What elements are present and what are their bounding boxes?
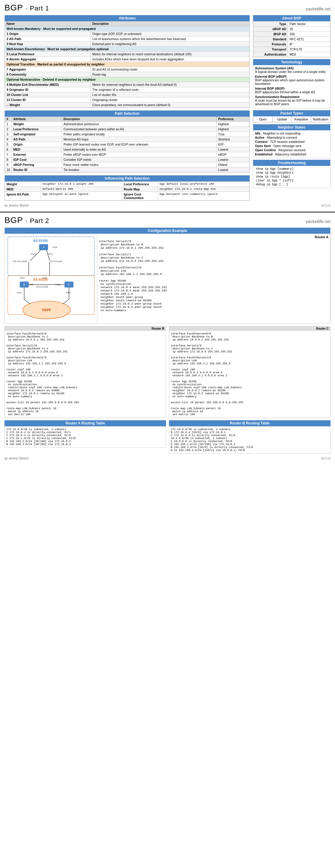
svg-line-8 (46, 250, 49, 261)
about-key: Type (254, 22, 288, 27)
inf-key: Ignore AS Path (5, 192, 41, 200)
troubleshoot-item: clear ip bgp * [soft] (255, 179, 328, 183)
path-attr: Router ID (12, 167, 62, 173)
about-val: TCP/179 (288, 47, 330, 52)
path-pref: True (216, 132, 249, 137)
path-num: 2 (5, 127, 12, 132)
attributes-box: Attributes Name Description Well-known M… (4, 15, 250, 108)
part1-title: BGP · Part 1 (4, 3, 49, 12)
routing-entry: C 172.16.0.4 is directly connected, S1/0 (171, 434, 329, 437)
packet-type-item: Open (253, 116, 273, 122)
attr-desc-cell: Originating cluster (91, 97, 249, 102)
path-num: 1 (5, 122, 12, 127)
inf-key: Ignore Cost Communities (122, 192, 158, 200)
svg-text:B: B (23, 283, 25, 286)
router-bc-configs: Router B interface FastEthernet0/0 descr… (4, 326, 331, 418)
attr-section-green: Optional Nontransitive · Deleted if unsu… (5, 77, 249, 82)
neighbor-state-item: Idle · Neighbor is not responding (255, 131, 328, 135)
troubleshooting-content: show ip bgp [summary]show ip bgp neighbo… (253, 166, 330, 188)
attr-name-cell: 8 Community (5, 72, 91, 77)
inf-key: Local Preference (122, 182, 158, 187)
packet-type-item: Notification (311, 116, 331, 122)
routing-entry: B 192.168.2.0/24 [20/0] is directly conn… (171, 446, 329, 449)
path-desc: Prefer IGP-learned routes over EGP, and … (62, 142, 216, 147)
attr-desc-cell: List of autonomous systems which the adv… (91, 36, 249, 41)
path-pref: Highest (216, 122, 249, 127)
path-attr: eBGP Peering (12, 162, 62, 167)
router-a-code: interface Serial1/0 description Backbone… (99, 240, 328, 312)
troubleshoot-item: show ip bgp neighbors (255, 171, 328, 175)
routing-entry: C 172.16.0.4 is directly connected, S1/0 (6, 434, 164, 437)
attr-name-cell: 5 Local Preference (5, 52, 91, 57)
attr-section-orange: Optional Transitive · Marked as partial … (5, 62, 249, 67)
svg-line-31 (24, 300, 30, 304)
path-desc: Administrative preference (62, 122, 216, 127)
inf-key: Route Map (122, 187, 158, 192)
part1-footer: by Jeremy Stretch v2.1-r1 (4, 204, 331, 207)
path-num: 7 (5, 152, 12, 157)
svg-text:S1/0: S1/0 (20, 277, 25, 279)
path-pref: Oldest (216, 162, 249, 167)
inf-val: neighbor 172.16.0.1 route-map Foo (158, 187, 249, 192)
troubleshoot-item: debug ip bgp [...] (255, 183, 328, 187)
about-key: Transport (254, 47, 288, 52)
path-desc: Prefer paths originated locally (62, 132, 216, 137)
col-desc: Description (91, 22, 249, 26)
config-example-layout: AS 65100 A F2/0 S1/0 S1/1 (5, 234, 330, 323)
attr-desc-cell: ID and AS of summarizing router (91, 67, 249, 72)
path-desc: Consider IGP metric (62, 157, 216, 162)
config-example-box: Configuration Example AS 65100 A F2/0 (4, 227, 331, 324)
svg-text:AS 65100: AS 65100 (33, 239, 48, 242)
part1-site: packetlife.net (306, 7, 331, 11)
path-attr: Origin (12, 142, 62, 147)
attr-desc-cell: Metric for external neighbors to reach t… (91, 82, 249, 87)
router-a-label: Router A (99, 235, 328, 239)
routing-table-a-header: Router A Routing Table (4, 420, 166, 426)
routing-table-a: Router A Routing Table 172.16.0.0/30 is … (4, 420, 166, 454)
attr-desc-cell: Includes ASes which have been dropped du… (91, 57, 249, 62)
part2-title: BGP · Part 2 (4, 216, 49, 225)
part1-version: v2.1-r1 (321, 204, 331, 207)
routing-entry: C 10.0.0.0 is directly connected, F0/0 (171, 440, 329, 443)
path-attr: External (12, 152, 62, 157)
inf-val: bgp bestpath as-path ignore (41, 192, 122, 200)
attr-name-cell: 13 Cluster ID (5, 97, 91, 102)
router-b-code: interface FastEthernet0/0 description Ba… (5, 331, 166, 417)
router-b-label: Router B (5, 327, 166, 331)
part2-version: v2.1-r1 (321, 457, 331, 460)
terminology-header: Terminology (253, 59, 330, 65)
about-key: iBGP AD (254, 32, 288, 37)
inf-val: bgp bestpath cost-community ignore (158, 192, 249, 200)
config-example-header: Configuration Example (5, 228, 330, 234)
col-desc: Description (62, 117, 216, 122)
path-num: 3 (5, 132, 12, 137)
svg-line-32 (63, 300, 69, 304)
terminology-item: Internal BGP (iBGP)BGP adjacencies forme… (255, 87, 328, 94)
packet-types-header: Packet Types (253, 110, 330, 116)
attr-desc-cell: Cisco proprietary, not communicated to p… (91, 102, 249, 107)
packet-type-item: Keepalive (292, 116, 311, 122)
path-attr: Local Preference (12, 127, 62, 132)
svg-line-7 (30, 250, 41, 261)
attr-section: Well-known Discretionary · Must be suppo… (5, 46, 249, 52)
routing-entry: C 172.16.0.4 is directly connected, S1/1 (6, 431, 164, 434)
path-desc: Used externally to enter an AS (62, 147, 216, 152)
inf-val: default-metric 400 (41, 187, 122, 192)
attr-name-cell: 7 Aggregator (5, 67, 91, 72)
svg-text:172.16.4/30: 172.16.4/30 (49, 260, 62, 263)
attr-name-cell: 4 Multiple Exit Discriminator (MED) (5, 82, 91, 87)
svg-text:S1/1: S1/1 (48, 253, 53, 255)
attr-desc-cell: Metric for internal neighbors to reach e… (91, 52, 249, 57)
troubleshooting-box: Troubleshooting show ip bgp [summary]sho… (253, 160, 331, 188)
svg-text:OSPF: OSPF (42, 308, 51, 312)
packet-types-grid: OpenUpdateKeepaliveNotification (253, 116, 330, 122)
about-key: Standard (254, 37, 288, 42)
influencing-table: Weightneighbor 172.16.0.1 weight 200Loca… (5, 181, 249, 200)
path-selection-table: # Attribute Description Preference 1Weig… (5, 117, 249, 173)
about-val: 200 (288, 32, 330, 37)
about-val: 20 (288, 27, 330, 32)
attributes-header: Attributes (5, 15, 249, 21)
path-attr: MED (12, 147, 62, 152)
about-bgp-box: About BGP TypePath VectoreBGP AD20iBGP A… (253, 15, 331, 57)
about-val: MD5 (288, 52, 330, 57)
